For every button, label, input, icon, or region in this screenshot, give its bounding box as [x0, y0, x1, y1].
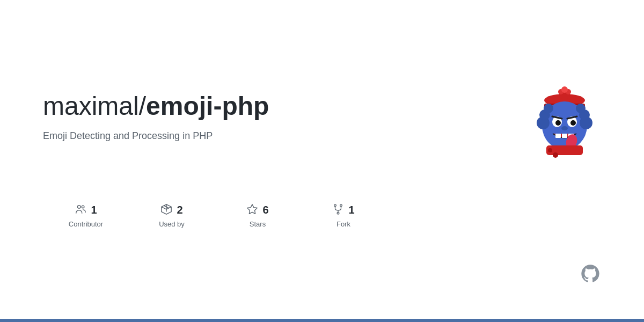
stat-stars[interactable]: 6 Stars: [215, 203, 301, 228]
repo-title-section: maximal/emoji-php Emoji Detecting and Pr…: [43, 91, 504, 142]
stat-contributor[interactable]: 1 Contributor: [43, 203, 129, 228]
svg-rect-21: [555, 134, 561, 138]
svg-point-27: [553, 152, 558, 158]
repo-description: Emoji Detecting and Processing in PHP: [43, 130, 504, 142]
repo-mascot: [526, 85, 601, 160]
stat-stars-top: 6: [246, 203, 268, 217]
svg-point-34: [338, 213, 340, 215]
github-icon: [580, 263, 601, 284]
svg-point-13: [576, 104, 586, 113]
svg-point-29: [82, 206, 85, 208]
fork-label: Fork: [336, 220, 350, 228]
fork-count: 1: [348, 204, 354, 216]
svg-marker-31: [247, 204, 257, 214]
used-by-count: 2: [177, 204, 182, 216]
fork-icon: [332, 203, 344, 217]
stat-used-by-top: 2: [160, 203, 182, 217]
repo-name[interactable]: emoji-php: [146, 92, 269, 120]
used-by-label: Used by: [159, 220, 185, 228]
svg-point-33: [340, 204, 342, 207]
package-icon: [160, 203, 172, 217]
contributor-icon: [75, 203, 86, 217]
svg-point-17: [570, 120, 576, 126]
svg-point-6: [561, 86, 568, 93]
star-icon: [246, 203, 258, 217]
svg-point-28: [78, 206, 81, 209]
github-icon-wrapper[interactable]: [580, 263, 601, 287]
repo-owner[interactable]: maximal: [43, 92, 139, 120]
repo-header: maximal/emoji-php Emoji Detecting and Pr…: [43, 91, 601, 160]
repo-title: maximal/emoji-php: [43, 91, 504, 122]
stat-used-by[interactable]: 2 Used by: [129, 203, 215, 228]
svg-point-12: [544, 104, 553, 113]
bottom-bar: [0, 319, 644, 322]
stat-contributor-top: 1: [75, 203, 97, 217]
contributor-label: Contributor: [69, 220, 103, 228]
stats-row: 1 Contributor 2 Used by: [43, 203, 601, 228]
svg-point-16: [555, 120, 561, 126]
stars-label: Stars: [250, 220, 266, 228]
svg-point-26: [548, 148, 552, 152]
stars-count: 6: [262, 204, 268, 216]
stat-fork-top: 1: [332, 203, 354, 217]
main-content: maximal/emoji-php Emoji Detecting and Pr…: [0, 0, 644, 319]
mascot-illustration: [526, 85, 601, 160]
contributor-count: 1: [91, 204, 97, 216]
stat-fork[interactable]: 1 Fork: [301, 203, 386, 228]
svg-point-20: [561, 126, 568, 130]
svg-rect-22: [562, 134, 567, 138]
svg-point-32: [334, 204, 336, 207]
